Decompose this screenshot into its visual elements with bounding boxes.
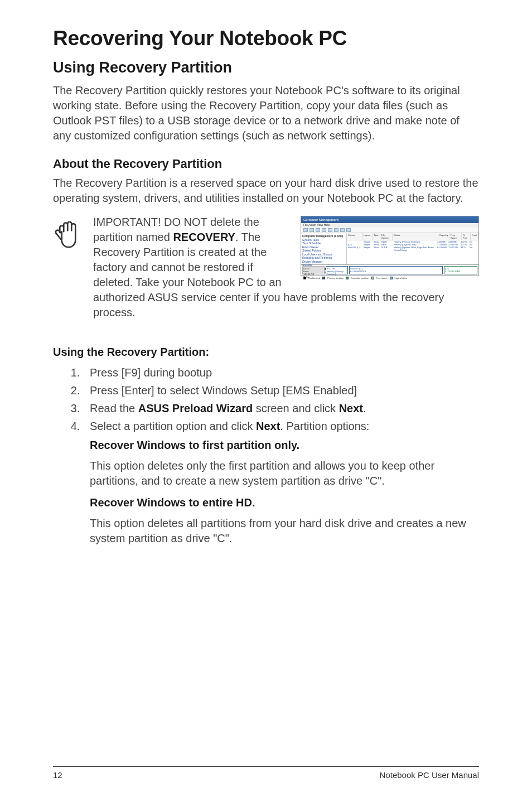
window-title: Computer Management (303, 218, 338, 221)
volume-table: Volume Layout Type File System Status Ca… (347, 233, 478, 264)
step-3: Read the ASUS Preload Wizard screen and … (83, 400, 479, 417)
option2-body: This option deletes all partitions from … (90, 516, 479, 546)
step-2: Press [Enter] to select Windows Setup [E… (83, 382, 479, 399)
important-block: Computer Management File Action View Hel… (53, 215, 479, 326)
stop-hand-icon (53, 217, 84, 248)
page-title: Recovering Your Notebook PC (53, 27, 479, 50)
using-heading: Using the Recovery Partition: (53, 346, 479, 359)
option2-head: Recover Windows to entire HD. (90, 495, 479, 510)
section-heading: Using Recovery Partition (53, 59, 479, 76)
steps-list: Press [F9] during bootup Press [Enter] t… (83, 364, 479, 434)
section-intro: The Recovery Partition quickly restores … (53, 83, 479, 143)
toolbar (301, 228, 478, 233)
option1-body: This option deletes only the first parti… (90, 458, 479, 489)
about-body: The Recovery Partition is a reserved spa… (53, 176, 479, 206)
disk-management-screenshot: Computer Management File Action View Hel… (301, 216, 479, 276)
page-number: 12 (53, 770, 62, 780)
about-heading: About the Recovery Partition (53, 157, 479, 171)
tree-panel: Computer Management (Local) System Tools… (301, 233, 347, 264)
menubar: File Action View Help (301, 223, 478, 228)
step-1: Press [F9] during bootup (83, 364, 479, 381)
disk-legend: Unallocated Primary partition Extended p… (301, 276, 478, 280)
option1-head: Recover Windows to first partition only. (90, 438, 479, 453)
manual-name: Notebook PC User Manual (380, 770, 479, 780)
page-footer: 12 Notebook PC User Manual (53, 766, 479, 780)
disk-map: Disk 0 Basic 149.04 GB Online 4.00 GB He… (301, 264, 478, 276)
step-4: Select a partition option and click Next… (83, 418, 479, 434)
